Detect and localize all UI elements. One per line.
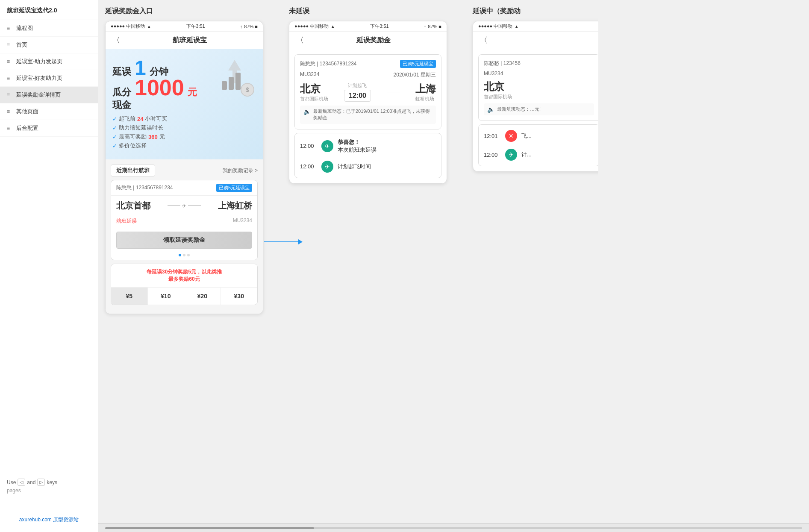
- wifi-icon-1: ▲: [147, 24, 151, 29]
- nav-bar-2: 〈 延误奖励金: [289, 32, 447, 49]
- sidebar-item-other[interactable]: ≡ 其他页面: [0, 103, 98, 120]
- sidebar-item-reward-detail[interactable]: ≡ 延误奖励金详情页: [0, 87, 98, 103]
- detail-route-2: 北京 首都国际机场 计划起飞 12:00 上海 虹桥机场: [300, 82, 436, 102]
- phone-frame-1: ●●●●● 中国移动 ▲ 下午3:51 ↑ 87% ■ 〈 航班延误宝: [105, 21, 263, 314]
- svg-rect-2: [229, 77, 234, 90]
- arrow-connector: [264, 239, 303, 244]
- main-content: 延误奖励金入口 ●●●●● 中国移动 ▲ 下午3:51 ↑ 87% ■: [98, 0, 809, 532]
- time-1: 下午3:51: [186, 23, 205, 29]
- other-icon: ≡: [7, 109, 13, 115]
- from-city-3: 北京: [484, 80, 512, 94]
- panel-delayed: 延误中（奖励动 ●●●●● 中国移动 ▲ 〈: [466, 0, 598, 523]
- hero-banner: 延误 1 分钟 瓜分 现金 1000 元 ✓: [106, 49, 263, 159]
- feature-4: ✓ 多价位选择: [112, 142, 256, 150]
- timeline-time-3-2: 12:00: [484, 152, 501, 158]
- sidebar-item-backend[interactable]: ≡ 后台配置: [0, 120, 98, 137]
- timeline-card-3: 12:01 ✕ 飞... 12:00 ✈ 计...: [478, 124, 598, 166]
- hero-reward-prefix: 瓜分: [112, 86, 131, 99]
- reward-option-20[interactable]: ¥20: [184, 288, 221, 305]
- timeline-item-3-1: 12:01 ✕ 飞...: [484, 130, 594, 142]
- doc-icon: ≡: [7, 25, 13, 31]
- news-text-3: 最新航班动态：…元!: [497, 106, 541, 112]
- flight-no-2: MU3234: [300, 71, 319, 79]
- flight-card-1: 陈愁愁 | 1234567891234 已购5元延误宝 北京首都 ✈: [111, 180, 258, 260]
- panel1-title: 延误奖励金入口: [105, 7, 275, 16]
- feature-1: ✓ 起飞前24小时可买: [112, 115, 256, 123]
- home-doc-icon: ≡: [7, 42, 13, 48]
- timeline-item-1: 12:00 ✈ 恭喜您！ 本次航班未延误: [300, 138, 436, 154]
- delay-help-icon: ≡: [7, 59, 13, 65]
- time-label-2: 计划起飞: [348, 82, 367, 89]
- timeline-time-1: 12:00: [300, 143, 317, 149]
- time-box-2: 12:00: [344, 90, 371, 102]
- timeline-time-3-1: 12:01: [484, 133, 501, 139]
- reward-option-5[interactable]: ¥5: [111, 288, 148, 305]
- tab-reward-history[interactable]: 我的奖励记录 >: [223, 167, 258, 174]
- panel-not-delayed: 未延误 ●●●●● 中国移动 ▲ 下午3:51 ↑ 87% ■ 〈: [282, 0, 466, 523]
- hero-features: ✓ 起飞前24小时可买 ✓ 助力缩短延误时长 ✓ 最高可奖励360元 ✓: [112, 115, 256, 150]
- phone-frame-3: ●●●●● 中国移动 ▲ 〈 陈愁愁 | 123456: [473, 21, 598, 172]
- back-button-2[interactable]: 〈: [296, 35, 304, 45]
- claim-btn-1[interactable]: 领取延误奖励金: [116, 232, 252, 249]
- sidebar-title: 航班延误宝迭代2.0: [0, 0, 98, 20]
- panel2-body: 陈愁愁 | 1234567891234 已购5元延误宝 MU3234 2020/…: [289, 49, 447, 183]
- gps-icon-2: ↑: [424, 24, 427, 29]
- detail-header-3: 陈愁愁 | 123456: [484, 60, 594, 67]
- reward-detail-icon: ≡: [7, 92, 13, 98]
- detail-header-2: 陈愁愁 | 1234567891234 已购5元延误宝: [300, 60, 436, 68]
- key-right: ▷: [37, 479, 45, 486]
- detail-card-3: 陈愁愁 | 123456 MU3234 北京 首都国际机场: [478, 54, 598, 121]
- back-button-3[interactable]: 〈: [480, 35, 488, 45]
- axurehub-link[interactable]: axurehub.com 原型资源站: [19, 517, 79, 523]
- flight-status-row-1: 航班延误 MU3234: [111, 216, 257, 228]
- detail-flight-row-3: MU3234: [484, 71, 594, 76]
- timeline-icon-1: ✈: [321, 140, 333, 152]
- nav-title-2: 延误奖励金: [307, 36, 440, 45]
- signal-carrier-1: ●●●●● 中国移动: [111, 23, 145, 29]
- flight-tabs: 近期出行航班 我的奖励记录 >: [111, 165, 258, 176]
- back-button-1[interactable]: 〈: [112, 35, 120, 45]
- sidebar-item-flowchart[interactable]: ≡ 流程图: [0, 20, 98, 37]
- battery-1: 87% ■: [244, 24, 258, 29]
- route-time-box-2: 计划起飞 12:00: [344, 82, 371, 102]
- hero-reward-cash: 现金: [112, 99, 131, 112]
- feature-3: ✓ 最高可奖励360元: [112, 133, 256, 141]
- sidebar-item-delay-friend[interactable]: ≡ 延误宝-好友助力页: [0, 70, 98, 87]
- panel3-title: 延误中（奖励动: [473, 7, 591, 16]
- from-city-2: 北京: [300, 82, 328, 96]
- timeline-icon-3-1: ✕: [505, 130, 517, 142]
- detail-news-2: 🔈 最新航班动态：已于2019/01/01 12:00准点起飞，未获得奖励金: [300, 106, 436, 124]
- dots-indicator: [111, 252, 257, 260]
- to-city-2: 上海: [415, 82, 436, 96]
- status-bar-1: ●●●●● 中国移动 ▲ 下午3:51 ↑ 87% ■: [106, 21, 263, 32]
- flight-no-3: MU3234: [484, 71, 503, 76]
- sidebar-footer: axurehub.com 原型资源站: [0, 515, 98, 523]
- timeline-text-3-1: 飞...: [521, 132, 532, 140]
- bottom-scrollbar[interactable]: [98, 523, 809, 532]
- flight-section: 近期出行航班 我的奖励记录 > 陈愁愁 | 1234567891234 已购5元…: [106, 159, 263, 314]
- hero-reward-number: 1000: [135, 76, 184, 99]
- phone-frame-2: ●●●●● 中国移动 ▲ 下午3:51 ↑ 87% ■ 〈 延误奖励金: [289, 21, 447, 184]
- timeline-card-2: 12:00 ✈ 恭喜您！ 本次航班未延误 12:00 ✈ 计划起飞时间: [294, 133, 441, 178]
- detail-card-2: 陈愁愁 | 1234567891234 已购5元延误宝 MU3234 2020/…: [294, 54, 441, 129]
- reward-header: 每延误30分钟奖励5元，以此类推 最多奖励60元: [111, 264, 257, 288]
- hero-reward-yuan: 元: [188, 86, 197, 99]
- flight-card-body-1: 北京首都 ✈ 上海虹桥: [111, 196, 257, 216]
- sidebar-item-home[interactable]: ≡ 首页: [0, 37, 98, 53]
- delay-friend-icon: ≡: [7, 75, 13, 81]
- panel3-body: 陈愁愁 | 123456 MU3234 北京 首都国际机场: [473, 49, 598, 171]
- timeline-item-2: 12:00 ✈ 计划起飞时间: [300, 161, 436, 173]
- scroll-track: [105, 527, 802, 529]
- signal-carrier-2: ●●●●● 中国移动: [294, 23, 329, 29]
- speaker-icon-3: 🔈: [487, 106, 494, 113]
- tab-recent-flights[interactable]: 近期出行航班: [111, 165, 155, 176]
- key-left: ◁: [18, 479, 25, 486]
- wifi-icon-2: ▲: [330, 24, 335, 29]
- panel2-title: 未延误: [289, 7, 459, 16]
- reward-option-10[interactable]: ¥10: [148, 288, 185, 305]
- arrow-head: [298, 239, 303, 244]
- hero-graphic: $: [213, 58, 256, 100]
- reward-option-30[interactable]: ¥30: [221, 288, 258, 305]
- wifi-icon-3: ▲: [514, 24, 519, 29]
- sidebar-item-delay-help[interactable]: ≡ 延误宝-助力发起页: [0, 53, 98, 70]
